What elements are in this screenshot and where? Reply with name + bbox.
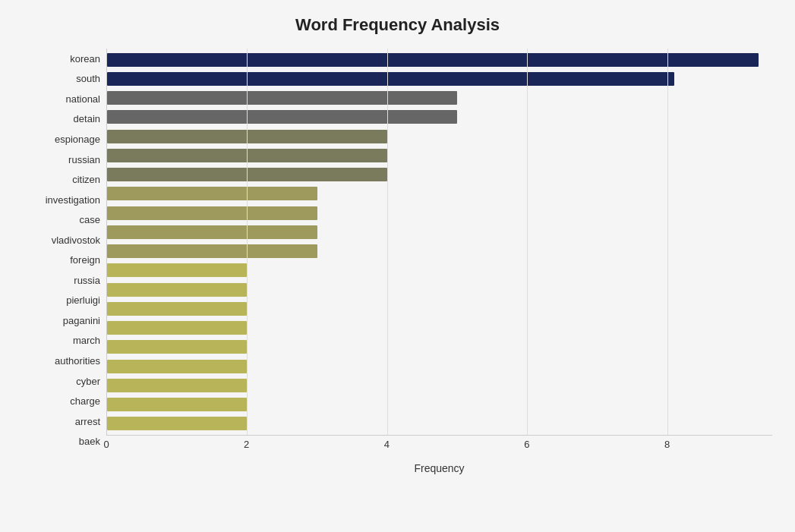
bars-and-x: 02468 Frequency (106, 49, 772, 474)
y-label: national (23, 89, 106, 109)
grid-line (247, 49, 248, 435)
y-label: vladivostok (23, 230, 106, 250)
y-label: foreign (23, 250, 106, 270)
y-label: authorities (23, 351, 106, 370)
y-label: baek (23, 432, 106, 452)
y-label: arrest (23, 411, 106, 431)
y-label: pierluigi (23, 291, 106, 310)
bar (107, 187, 317, 200)
y-label: charge (23, 392, 106, 411)
grid-line (527, 49, 528, 435)
y-label: korean (23, 49, 106, 68)
bar-row (107, 185, 772, 202)
x-tick: 4 (384, 439, 390, 450)
bar (107, 302, 247, 316)
bar-row (107, 243, 772, 260)
x-tick: 2 (244, 439, 249, 450)
bar (107, 110, 457, 124)
bars-wrapper (106, 49, 772, 436)
bar (107, 91, 457, 105)
bar (107, 398, 247, 411)
grid-line (387, 49, 388, 435)
bar-row (107, 205, 772, 222)
y-label: russian (23, 150, 106, 169)
x-tick: 8 (664, 439, 670, 450)
bar-row (107, 166, 772, 183)
bar (107, 417, 247, 430)
y-label: cyber (23, 371, 106, 391)
x-tick: 6 (524, 439, 529, 450)
bar (107, 283, 247, 297)
bar-row (107, 282, 772, 298)
bar-row (107, 109, 772, 125)
bar-row (107, 338, 772, 355)
bar (107, 340, 247, 354)
y-label: detain (23, 109, 106, 129)
y-label: case (23, 210, 106, 230)
chart-title: Word Frequency Analysis (23, 15, 772, 35)
chart-area: koreansouthnationaldetainespionagerussia… (23, 49, 772, 474)
grid-line (667, 49, 668, 435)
bar-row (107, 224, 772, 241)
bar-row (107, 301, 772, 317)
bar-row (107, 358, 772, 375)
bar-row (107, 52, 772, 68)
y-label: investigation (23, 190, 106, 209)
x-axis: 02468 (106, 436, 772, 458)
bar (107, 321, 247, 335)
bar-row (107, 71, 772, 87)
bar-row (107, 147, 772, 164)
y-label: march (23, 331, 106, 351)
y-label: paganini (23, 310, 106, 330)
bar (107, 360, 247, 373)
y-label: citizen (23, 170, 106, 190)
bar-row (107, 128, 772, 145)
y-label: espionage (23, 129, 106, 149)
bar-row (107, 415, 772, 432)
bar (107, 263, 247, 277)
bars-inner (107, 49, 772, 435)
y-label: russia (23, 270, 106, 290)
y-labels: koreansouthnationaldetainespionagerussia… (23, 49, 106, 474)
bar (107, 72, 674, 86)
bar (107, 206, 317, 220)
chart-container: Word Frequency Analysis koreansouthnatio… (0, 0, 795, 532)
bar-row (107, 396, 772, 413)
bar-row (107, 262, 772, 279)
bar (107, 53, 759, 67)
y-label: south (23, 69, 106, 89)
bar (107, 225, 317, 239)
bar (107, 244, 317, 258)
x-tick: 0 (103, 439, 109, 450)
bar-row (107, 320, 772, 336)
bar (107, 379, 247, 392)
bar-row (107, 377, 772, 394)
x-axis-label: Frequency (106, 462, 772, 474)
bar-row (107, 90, 772, 106)
